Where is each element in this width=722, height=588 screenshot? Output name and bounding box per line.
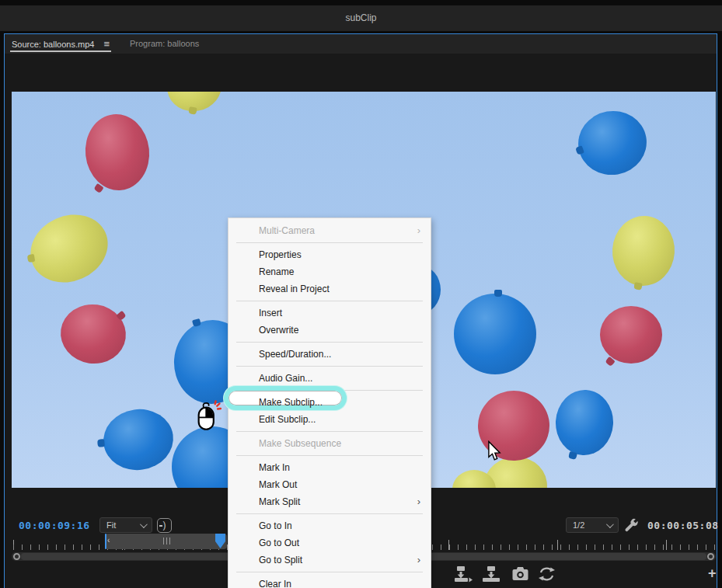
menu-item-go-to-out[interactable]: Go to Out bbox=[228, 534, 431, 551]
loop-button[interactable] bbox=[537, 566, 556, 583]
premiere-subclip-screen: { "window": { "title": "subClip" }, "tab… bbox=[0, 0, 722, 588]
zoom-scrollbar[interactable]: ‹ bbox=[105, 534, 227, 549]
menu-item-label: Go to Out bbox=[259, 538, 299, 548]
menu-item-audio-gain[interactable]: Audio Gain... bbox=[228, 370, 431, 387]
button-editor-button[interactable]: + bbox=[703, 565, 721, 583]
settings-button[interactable] bbox=[623, 517, 640, 534]
menu-item-clear-in[interactable]: Clear In bbox=[228, 576, 431, 588]
menu-separator bbox=[236, 342, 423, 343]
chevron-down-icon bbox=[140, 520, 148, 528]
menu-separator bbox=[236, 513, 423, 514]
playback-resolution-select[interactable]: 1/2 bbox=[566, 517, 619, 533]
menu-item-mark-out[interactable]: Mark Out bbox=[228, 476, 431, 493]
scrollbar-right-handle[interactable] bbox=[707, 553, 714, 560]
menu-item-rename[interactable]: Rename bbox=[228, 263, 431, 280]
menu-separator bbox=[236, 301, 423, 301]
balloon-knot bbox=[27, 254, 36, 263]
playback-resolution-value: 1/2 bbox=[573, 520, 584, 530]
balloon-yellow bbox=[610, 214, 677, 287]
menu-item-speed-duration[interactable]: Speed/Duration... bbox=[228, 346, 431, 363]
frame-bracket-button[interactable]: ) bbox=[157, 518, 172, 533]
menu-item-label: Make Subsequence bbox=[259, 438, 341, 449]
menu-item-label: Mark Out bbox=[259, 479, 297, 490]
balloon-blue bbox=[454, 294, 536, 374]
menu-item-label: Go to Split bbox=[259, 555, 302, 565]
export-frame-icon bbox=[512, 566, 528, 581]
menu-item-make-subclip[interactable]: Make Subclip... bbox=[228, 394, 431, 411]
menu-item-make-subsequence: Make Subsequence bbox=[228, 435, 431, 452]
balloon-knot bbox=[633, 282, 642, 291]
menu-item-properties[interactable]: Properties bbox=[228, 246, 431, 263]
panel-tab-bar: Source: balloons.mp4≡ Program: balloons bbox=[5, 34, 717, 54]
tab-program-label: Program: balloons bbox=[130, 39, 199, 48]
tab-program[interactable]: Program: balloons bbox=[130, 34, 199, 54]
balloon-blue bbox=[99, 405, 177, 475]
menu-item-label: Make Subclip... bbox=[259, 397, 323, 408]
menu-item-mark-in[interactable]: Mark In bbox=[228, 459, 431, 476]
inout-duration-timecode: 00:00:05:08 bbox=[647, 520, 719, 531]
submenu-arrow-icon: › bbox=[417, 222, 420, 239]
menu-separator bbox=[236, 431, 423, 432]
overwrite-icon bbox=[483, 566, 501, 583]
menu-separator bbox=[236, 572, 423, 572]
balloon-red bbox=[600, 306, 662, 364]
menu-item-insert[interactable]: Insert bbox=[228, 304, 431, 322]
export-frame-button[interactable] bbox=[511, 566, 529, 583]
mouse-right-click-icon bbox=[193, 399, 221, 436]
menu-item-label: Reveal in Project bbox=[259, 284, 330, 294]
overwrite-button[interactable] bbox=[483, 566, 501, 583]
scrollbar-left-handle[interactable] bbox=[13, 553, 20, 560]
balloon-knot bbox=[97, 439, 105, 447]
chevron-down-icon bbox=[606, 520, 614, 528]
in-point-chevron-icon: ‹ bbox=[107, 535, 110, 546]
in-point-marker[interactable] bbox=[105, 534, 106, 549]
context-menu: Multi-Camera›PropertiesRenameReveal in P… bbox=[228, 217, 431, 588]
menu-item-label: Overwrite bbox=[259, 325, 298, 336]
menu-item-label: Go to In bbox=[259, 520, 292, 531]
menu-item-label: Multi-Camera bbox=[259, 225, 315, 236]
menu-item-label: Speed/Duration... bbox=[259, 349, 331, 360]
zoom-scrollbar-grip[interactable] bbox=[163, 538, 170, 545]
balloon-red bbox=[57, 301, 130, 368]
menu-item-label: Properties bbox=[259, 249, 302, 260]
current-timecode: 00:00:09:16 bbox=[19, 520, 90, 531]
menu-item-edit-subclip[interactable]: Edit Subclip... bbox=[228, 411, 431, 428]
menu-item-label: Insert bbox=[259, 308, 282, 318]
menu-item-label: Rename bbox=[259, 266, 294, 277]
balloon-knot bbox=[568, 451, 577, 460]
zoom-level-select[interactable]: Fit bbox=[99, 517, 152, 533]
menu-item-label: Edit Subclip... bbox=[259, 414, 316, 425]
balloon-red bbox=[82, 111, 153, 193]
menu-separator bbox=[236, 366, 423, 367]
balloon-knot bbox=[494, 290, 502, 297]
menu-item-reveal-in-project[interactable]: Reveal in Project bbox=[228, 280, 431, 297]
submenu-arrow-icon: › bbox=[417, 551, 420, 569]
balloon-blue bbox=[574, 106, 652, 180]
balloon-blue bbox=[554, 388, 615, 457]
submenu-arrow-icon: › bbox=[417, 493, 420, 510]
loop-icon bbox=[538, 566, 556, 582]
balloon-knot bbox=[188, 106, 197, 115]
menu-item-label: Mark In bbox=[259, 462, 290, 473]
insert-icon bbox=[455, 566, 473, 583]
menu-item-multi-camera: Multi-Camera› bbox=[228, 222, 431, 239]
wrench-icon bbox=[623, 517, 640, 534]
menu-item-go-to-split[interactable]: Go to Split› bbox=[228, 551, 431, 569]
hamburger-icon[interactable]: ≡ bbox=[103, 34, 110, 54]
balloon-yellow bbox=[19, 203, 118, 294]
zoom-level-value: Fit bbox=[106, 520, 116, 530]
tab-source-label: Source: balloons.mp4 bbox=[12, 40, 94, 49]
menu-item-label: Audio Gain... bbox=[259, 373, 312, 384]
menu-item-go-to-in[interactable]: Go to In bbox=[228, 517, 431, 534]
menu-item-label: Clear In bbox=[259, 579, 291, 588]
insert-button[interactable] bbox=[455, 566, 473, 583]
menu-separator bbox=[236, 455, 423, 456]
menu-item-label: Mark Split bbox=[259, 496, 300, 507]
window-title-bar: subClip bbox=[0, 5, 722, 31]
menu-separator bbox=[236, 242, 423, 243]
rounded-bracket-icon: ) bbox=[163, 520, 166, 531]
tab-source[interactable]: Source: balloons.mp4≡ bbox=[10, 34, 111, 54]
menu-item-overwrite[interactable]: Overwrite bbox=[228, 322, 431, 339]
menu-item-mark-split[interactable]: Mark Split› bbox=[228, 493, 431, 510]
arrow-cursor-icon bbox=[487, 440, 501, 464]
